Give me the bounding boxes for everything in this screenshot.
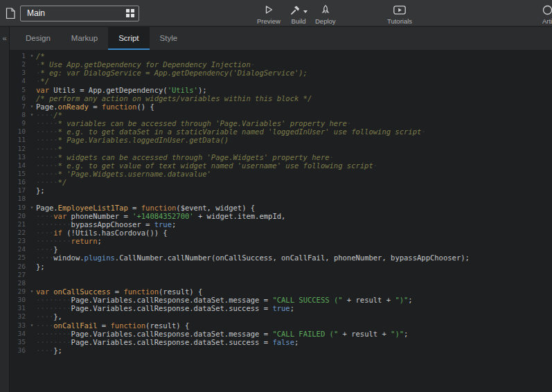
code-line-29[interactable]: 29▾var onCallSuccess = function(result) … (10, 287, 552, 296)
fold-marker-icon[interactable]: ▾ (28, 111, 36, 119)
play-outline-icon (264, 4, 274, 15)
code-text: ·····* Page.Variables.loggedInUser.getDa… (36, 136, 552, 144)
code-line-35[interactable]: 35········Page.Variables.callResponse.da… (10, 338, 552, 346)
fold-gutter (28, 338, 36, 346)
code-text: Page.EmployeeList1Tap = function($event,… (36, 204, 552, 212)
code-line-10[interactable]: 10·····* e.g. to get dataSet in a static… (10, 127, 552, 136)
line-number: 8 (10, 111, 28, 119)
code-text: Page.onReady = function() { (36, 103, 552, 111)
code-text: var Utils = App.getDependency('Utils'); (36, 86, 552, 94)
line-number: 13 (10, 153, 28, 161)
fold-marker-icon[interactable]: ▾ (28, 52, 36, 60)
code-line-17[interactable]: 17}; (10, 186, 552, 195)
code-line-21[interactable]: 21········bypassAppChooser = true; (10, 220, 552, 229)
build-button[interactable]: Build (290, 4, 308, 25)
code-line-12[interactable]: 12·····* (10, 145, 552, 153)
tab-markup[interactable]: Markup (61, 27, 108, 50)
code-line-18[interactable]: 18 (10, 195, 552, 203)
deploy-label: Deploy (315, 17, 336, 25)
hammer-icon (290, 5, 301, 15)
fold-gutter (28, 279, 36, 287)
code-line-24[interactable]: 24····} (10, 245, 552, 253)
fold-marker-icon[interactable]: ▾ (28, 204, 36, 212)
fold-marker-icon[interactable]: ▾ (28, 287, 36, 296)
deploy-button[interactable]: Deploy (315, 4, 336, 25)
code-line-8[interactable]: 8▾····/* (10, 111, 552, 119)
fold-gutter (28, 346, 36, 355)
line-number: 14 (10, 161, 28, 170)
code-line-28[interactable]: 28 (10, 279, 552, 287)
fold-gutter (28, 271, 36, 279)
code-text: ····var phoneNumber = '+14084352700' + w… (36, 212, 552, 220)
circle-icon (542, 4, 552, 15)
code-text (36, 279, 552, 287)
code-line-2[interactable]: 2·* Use App.getDependency for Dependency… (10, 60, 552, 69)
preview-button[interactable]: Preview (257, 4, 281, 25)
code-line-27[interactable]: 27 (10, 271, 552, 279)
code-line-16[interactable]: 16·····*/ (10, 178, 552, 186)
code-line-14[interactable]: 14·····* e.g. to get value of text widge… (10, 161, 552, 170)
code-line-15[interactable]: 15·····* 'Page.Widgets.username.datavalu… (10, 170, 552, 178)
code-line-11[interactable]: 11·····* Page.Variables.loggedInUser.get… (10, 136, 552, 144)
code-line-19[interactable]: 19▾Page.EmployeeList1Tap = function($eve… (10, 204, 552, 212)
code-line-25[interactable]: 25····window.plugins.CallNumber.callNumb… (10, 253, 552, 262)
code-editor[interactable]: 1▾/*2·* Use App.getDependency for Depend… (10, 50, 552, 392)
code-text: /* perform any action on widgets/variabl… (36, 94, 552, 103)
line-number: 34 (10, 330, 28, 338)
fold-gutter (28, 220, 36, 229)
code-text: ········Page.Variables.callResponse.data… (36, 330, 552, 338)
code-text: ····window.plugins.CallNumber.callNumber… (36, 253, 552, 262)
code-line-22[interactable]: 22····if (!Utils.hasCordova()) { (10, 229, 552, 237)
fold-gutter (28, 145, 36, 153)
tab-style[interactable]: Style (150, 27, 188, 50)
line-number: 33 (10, 321, 28, 330)
code-line-20[interactable]: 20····var phoneNumber = '+14084352700' +… (10, 212, 552, 220)
code-lines: 1▾/*2·* Use App.getDependency for Depend… (10, 52, 552, 355)
line-number: 19 (10, 204, 28, 212)
code-line-30[interactable]: 30········Page.Variables.callResponse.da… (10, 296, 552, 304)
code-line-6[interactable]: 6/* perform any action on widgets/variab… (10, 94, 552, 103)
code-line-34[interactable]: 34········Page.Variables.callResponse.da… (10, 330, 552, 338)
rocket-icon (321, 4, 330, 15)
code-line-4[interactable]: 4·*/ (10, 77, 552, 85)
tutorials-button[interactable]: Tutorials (387, 4, 412, 25)
line-number: 17 (10, 186, 28, 195)
code-line-32[interactable]: 32····}, (10, 312, 552, 321)
line-number: 26 (10, 262, 28, 271)
left-collapse-strip[interactable]: « (0, 27, 10, 392)
code-line-23[interactable]: 23········return; (10, 237, 552, 245)
page-file-icon (6, 8, 15, 19)
tab-script[interactable]: Script (108, 27, 149, 50)
collapse-panel-icon[interactable]: « (2, 35, 6, 392)
code-line-36[interactable]: 36····}; (10, 346, 552, 355)
code-line-31[interactable]: 31········Page.Variables.callResponse.da… (10, 304, 552, 312)
code-text: ·*/ (36, 77, 552, 85)
line-number: 28 (10, 279, 28, 287)
code-text (36, 271, 552, 279)
code-text: }; (36, 262, 552, 271)
artifacts-button[interactable]: Arti (538, 4, 552, 25)
studio-window: Main Preview Build (0, 0, 552, 392)
line-number: 32 (10, 312, 28, 321)
fold-marker-icon[interactable]: ▾ (28, 321, 36, 330)
fold-gutter (28, 312, 36, 321)
code-text: ········return; (36, 237, 552, 245)
fold-gutter (28, 127, 36, 136)
line-number: 6 (10, 94, 28, 103)
code-line-3[interactable]: 3·* eg: var DialogService = App.getDepen… (10, 69, 552, 77)
page-selector-dropdown[interactable]: Main (20, 6, 139, 21)
code-line-7[interactable]: 7▾Page.onReady = function() { (10, 103, 552, 111)
page-selector-value: Main (27, 8, 126, 18)
code-line-33[interactable]: 33▾····onCallFail = function(result) { (10, 321, 552, 330)
code-text: ····if (!Utils.hasCordova()) { (36, 229, 552, 237)
line-number: 12 (10, 145, 28, 153)
tab-design[interactable]: Design (15, 27, 61, 50)
code-line-26[interactable]: 26}; (10, 262, 552, 271)
code-line-13[interactable]: 13·····* widgets can be accessed through… (10, 153, 552, 161)
fold-marker-icon[interactable]: ▾ (28, 103, 36, 111)
code-line-5[interactable]: 5var Utils = App.getDependency('Utils'); (10, 86, 552, 94)
code-line-1[interactable]: 1▾/* (10, 52, 552, 60)
code-line-9[interactable]: 9·····* variables can be accessed throug… (10, 119, 552, 127)
fold-gutter (28, 245, 36, 253)
pages-grid-icon[interactable] (126, 9, 134, 17)
